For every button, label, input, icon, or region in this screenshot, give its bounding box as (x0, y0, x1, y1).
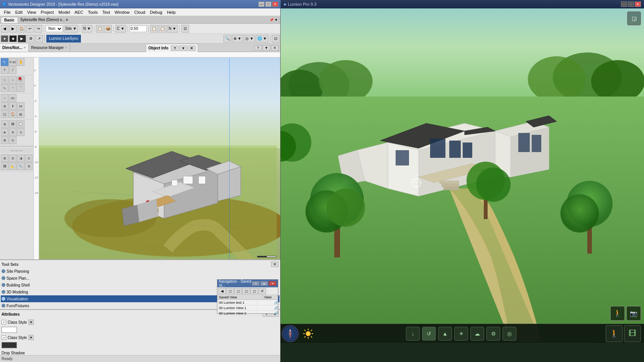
menu-tools[interactable]: Tools (85, 8, 100, 16)
obj-collapse-btn[interactable]: ▼ (179, 46, 187, 51)
tool-arc[interactable]: ◜ (9, 84, 16, 92)
lumion-cloud-btn[interactable]: ☁ (470, 327, 484, 341)
tool-3d-orbit[interactable]: ⟳3D (9, 58, 16, 66)
nav-tb-btn-4[interactable]: ◻ (242, 288, 250, 294)
tb-render-select[interactable]: C ▼ (115, 25, 126, 33)
lumion-sun-btn[interactable] (300, 325, 317, 342)
tool-text[interactable]: T (1, 66, 8, 74)
tool-push[interactable]: ⊞ (1, 102, 8, 110)
menu-project[interactable]: Project (38, 8, 56, 16)
attr-dropdown-1[interactable]: ▼ (28, 319, 34, 325)
tb-site-btn[interactable]: Site ▼ (64, 25, 78, 33)
lumion-close-btn[interactable]: ✕ (635, 2, 641, 7)
tool-img2[interactable]: 📐 (9, 162, 16, 170)
nav-tb-btn-1[interactable]: ◀ (218, 288, 226, 294)
nav-expand-btn[interactable]: ▲ (260, 281, 268, 286)
tool-edit1[interactable]: ⊞ (1, 154, 8, 162)
lumion-misc-btn[interactable]: ◎ (503, 327, 516, 341)
tool-ellipse[interactable]: ○ (9, 76, 16, 84)
tb2-constraint-btn[interactable]: 🌐 ▼ (256, 35, 268, 43)
tb2-share-btn[interactable]: ↗ (35, 35, 43, 43)
tb-mode-select[interactable]: Non Site (46, 25, 63, 32)
menu-file[interactable]: File (2, 8, 13, 16)
nav-tb-btn-3[interactable]: ◻ (234, 288, 242, 294)
tb-back-btn[interactable]: ◀ (1, 25, 8, 33)
tool-viewport[interactable]: 🖼 (9, 120, 16, 128)
resource-close[interactable]: ✕ (65, 46, 67, 49)
tb-home-btn[interactable]: 🏠 (18, 25, 25, 33)
tb-classes-btn[interactable]: 📋 (150, 25, 158, 33)
lumion-photo-btn[interactable]: 📷 (626, 306, 641, 321)
lumion-person-icon[interactable]: 🚶 (606, 325, 623, 342)
tool-edit2[interactable]: ⊟ (9, 154, 16, 162)
nav-row-3[interactable]: 00 Lumion View 2 🔗 (217, 311, 278, 316)
tb-layers-btn[interactable]: 📋 (159, 25, 166, 33)
menu-aec[interactable]: AEC (72, 8, 86, 16)
nav-help-btn[interactable]: ? (252, 281, 260, 286)
tool-extrude[interactable]: ⬆ (9, 102, 16, 110)
tool-edit4[interactable]: ⊙ (25, 154, 33, 162)
tool-misc5[interactable]: ⊡ (9, 136, 16, 144)
obj-close-btn[interactable]: ✕ (188, 46, 196, 51)
lumion-orbit-btn[interactable]: ↺ (422, 327, 436, 341)
attr-checkbox-2[interactable]: ✓ (2, 335, 6, 340)
lumion-render-area[interactable]: ◲ 🚶 📷 N (281, 8, 644, 343)
menu-debug[interactable]: Debug (148, 8, 164, 16)
lumion-maximize-btn[interactable]: □ (628, 2, 634, 7)
tool-misc2[interactable]: ⊛ (9, 128, 16, 136)
toolsets-close-btn[interactable]: ✕ (271, 262, 279, 267)
vw-maximize-btn[interactable]: □ (265, 2, 271, 7)
tb2-end-btn[interactable]: ⊡ (272, 35, 279, 43)
attr-swatch-fill[interactable] (2, 327, 17, 333)
lumion-corner-icon[interactable]: ◲ (627, 11, 641, 25)
tool-edit3[interactable]: ◑ (17, 154, 25, 162)
tb2-settings-btn[interactable]: ⚙ (27, 35, 34, 43)
menu-edit[interactable]: Edit (13, 8, 25, 16)
tool-misc1[interactable]: ◈ (1, 128, 8, 136)
menu-window[interactable]: Window (112, 8, 132, 16)
toolset-site-planning[interactable]: Site Planning (1, 268, 279, 275)
menu-model[interactable]: Model (56, 8, 72, 16)
nav-close-btn[interactable]: ✕ (269, 281, 276, 286)
tb2-lumion-sync-btn[interactable]: Lumion LiveSync (46, 35, 81, 43)
tool-pan[interactable]: ✋ (17, 58, 25, 66)
tool-line[interactable]: / (9, 66, 16, 74)
tb2-snap2-btn[interactable]: ◎ ▼ (244, 35, 255, 43)
vw-close-btn[interactable]: ✕ (272, 2, 278, 7)
tool-stair[interactable]: ▤ (17, 110, 25, 118)
tb2-video-btn[interactable]: ▶ (18, 35, 26, 43)
lumion-move-up-btn[interactable]: ▲ (438, 327, 452, 341)
tool-3d-poly[interactable]: 3D (9, 94, 16, 102)
tb2-black-btn[interactable]: ■ (9, 35, 17, 42)
tool-mesh[interactable]: ⋈ (17, 102, 25, 110)
tool-fillet[interactable]: ⌒ (17, 84, 25, 92)
tool-misc3[interactable]: ⊙ (17, 128, 25, 136)
tool-misc4[interactable]: ⊠ (1, 136, 8, 144)
nav-row-2[interactable]: 00 Lumion View 1 🔗 (217, 305, 278, 311)
tool-spline[interactable]: ∿ (1, 84, 8, 92)
lumion-person-btn[interactable]: 🚶 (610, 306, 625, 321)
tool-shell[interactable]: ◱ (1, 110, 8, 118)
lumion-minimize-btn[interactable]: — (621, 2, 627, 7)
nav-row-1[interactable]: 00 Lumion test 1 🔗 (217, 300, 278, 305)
file-tab[interactable]: Sykesville Res (Demo) v... ✕ (20, 18, 69, 22)
lumion-settings-btn[interactable]: ⚙ (486, 327, 500, 341)
vw-3d-viewport[interactable]: 2 0 -2 -4 -6 -8 -10 -12 -14 (34, 57, 280, 259)
lumion-film-btn[interactable]: 🎞 (624, 325, 641, 342)
tb-view-3d-btn[interactable]: 📦 (104, 25, 112, 33)
tool-dim[interactable]: ↔ (1, 94, 8, 102)
tb-forward-btn[interactable]: ▶ (9, 25, 17, 33)
tb-view-2d-btn[interactable]: 📋 (96, 25, 104, 33)
nav-tb-btn-5[interactable]: ◻ (250, 288, 258, 294)
tool-arrow[interactable]: ↖ (1, 58, 8, 66)
nav-tb-btn-2[interactable]: ◻ (226, 288, 234, 294)
tb-display-btn[interactable]: N ▼ (167, 25, 178, 33)
attr-dropdown-2[interactable]: ▼ (28, 335, 34, 340)
panel-help-btn[interactable]: ? (254, 45, 262, 51)
lumion-move-down-btn[interactable]: ↓ (406, 327, 420, 341)
file-tab-close[interactable]: ✕ (66, 18, 69, 22)
tool-img3[interactable]: 🔧 (17, 162, 25, 170)
workspace-menu[interactable]: ▼ (274, 18, 278, 22)
menu-cloud[interactable]: Cloud (132, 8, 148, 16)
attr-swatch-stroke[interactable] (2, 342, 17, 348)
